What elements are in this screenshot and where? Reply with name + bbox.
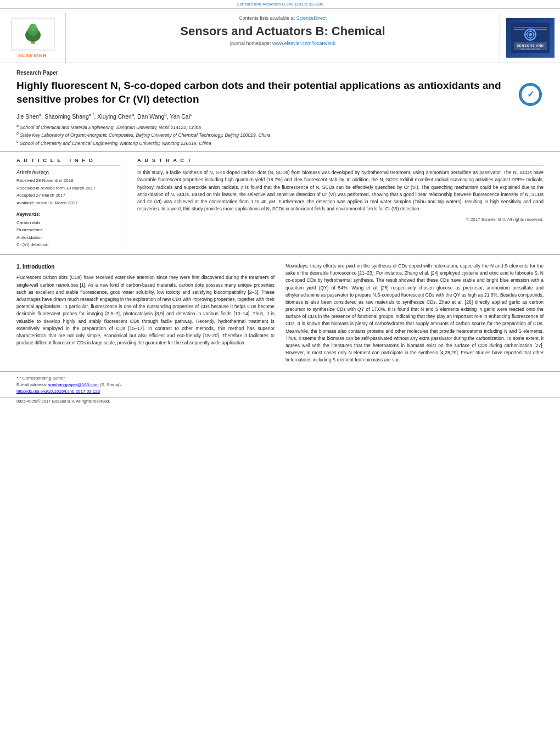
svg-rect-6 (514, 27, 547, 27)
svg-point-11 (529, 33, 532, 36)
footnote-corresponding-text: * Corresponding author. (19, 376, 66, 381)
revised-date: Received in revised form 18 March 2017 (16, 185, 120, 192)
homepage-link[interactable]: www.elsevier.com/locate/snb (272, 41, 335, 46)
article-info-column: A R T I C L E I N F O Article history: R… (16, 157, 126, 249)
received-date: Received 28 November 2016 (16, 177, 120, 185)
intro-heading: 1. Introduction (16, 263, 275, 271)
footnote-email-link[interactable]: smshangpaper@163.com (48, 382, 99, 387)
elsevier-logo-box (11, 18, 55, 51)
bottom-line: 0925-4005/© 2017 Elsevier B.V. All right… (0, 397, 560, 405)
sciencedirect-link[interactable]: ScienceDirect (296, 15, 327, 21)
keyword-1: Carbon dots (16, 219, 120, 227)
page: Sensors and Actuators B 248 (2017) 92–10… (0, 0, 560, 742)
accepted-date: Accepted 27 March 2017 (16, 192, 120, 199)
journal-homepage: journal homepage: www.elsevier.com/locat… (230, 41, 335, 46)
crossmark-icon: ✓ (520, 85, 540, 104)
article-dates: Received 28 November 2016 Received in re… (16, 177, 120, 207)
footnote-doi-link[interactable]: http://dx.doi.org/10.1016/j.snb.2017.03.… (16, 389, 100, 394)
svg-text:✓: ✓ (527, 90, 534, 99)
affiliation-c: c School of Chemistry and Chemical Engin… (16, 139, 544, 147)
main-body: 1. Introduction Fluorescent carbon dots … (0, 255, 560, 367)
footnote-corresponding: * * Corresponding author. (16, 375, 544, 382)
sensors-logo-inner: SENSORS AND ACTUATORS (506, 18, 555, 58)
intro-para-2: Nowadays, many efforts are paid on the s… (285, 263, 544, 364)
sensors-logo-area: SENSORS AND ACTUATORS (500, 13, 560, 63)
abstract-column: A B S T R A C T In this study, a facile … (137, 157, 544, 249)
footnote-doi-line: http://dx.doi.org/10.1016/j.snb.2017.03.… (16, 388, 544, 395)
affiliation-a: a School of Chemical and Material Engine… (16, 123, 544, 131)
journal-title: Sensors and Actuators B: Chemical (180, 24, 385, 38)
article-history-label: Article history: (16, 169, 120, 175)
journal-center: Contents lists available at ScienceDirec… (66, 13, 500, 63)
svg-rect-7 (514, 29, 525, 30)
crossmark-logo[interactable]: ✓ (517, 81, 544, 108)
affiliation-b: b State Key Laboratory of Organic-Inorga… (16, 131, 544, 139)
available-date: Available online 31 March 2017 (16, 199, 120, 207)
footnote-email-line: E-mail address: smshangpaper@163.com (S.… (16, 382, 544, 388)
abstract-text: In this study, a facile synthesis of N, … (137, 169, 544, 213)
article-info-section-label: A R T I C L E I N F O (16, 157, 120, 166)
article-info-abstract-section: A R T I C L E I N F O Article history: R… (0, 152, 560, 255)
keyword-4: Cr (VI) detection (16, 241, 120, 249)
intro-para-1: Fluorescent carbon dots (CDs) have recei… (16, 274, 275, 347)
doi-text: Sensors and Actuators B 248 (2017) 92–10… (237, 2, 323, 7)
doi-line: Sensors and Actuators B 248 (2017) 92–10… (0, 0, 560, 9)
body-col-left: 1. Introduction Fluorescent carbon dots … (16, 263, 275, 367)
footnote-area: * * Corresponding author. E-mail address… (0, 371, 560, 397)
journal-top-link: Contents lists available at ScienceDirec… (239, 15, 327, 21)
elsevier-tree-icon (16, 23, 49, 45)
crossmark-circle: ✓ (519, 83, 542, 106)
keywords-list: Carbon dots Fluorescence Antioxidation C… (16, 219, 120, 249)
article-type: Research Paper (16, 70, 544, 76)
article-title-row: Highly fluorescent N, S-co-doped carbon … (16, 79, 544, 108)
abstract-section-label: A B S T R A C T (137, 157, 544, 166)
keywords-label: Keywords: (16, 211, 120, 217)
copyright-text: © 2017 Elsevier B.V. All rights reserved… (137, 217, 544, 222)
article-title: Highly fluorescent N, S-co-doped carbon … (16, 79, 508, 106)
sensors-logo-icon: SENSORS AND ACTUATORS (511, 23, 550, 53)
svg-text:ACTUATORS: ACTUATORS (520, 47, 540, 51)
article-authors: Jie Shena, Shaoming Shanga,*, Xiuying Ch… (16, 112, 544, 120)
keyword-2: Fluorescence (16, 226, 120, 234)
journal-header: ELSEVIER Contents lists available at Sci… (0, 9, 560, 63)
homepage-label: journal homepage: (230, 41, 272, 46)
keyword-3: Antioxidation (16, 234, 120, 242)
elsevier-logo-area: ELSEVIER (0, 13, 66, 63)
svg-point-3 (29, 24, 37, 31)
elsevier-text: ELSEVIER (18, 53, 47, 58)
footnote-email-label: E-mail address: (16, 382, 47, 387)
article-affiliations: a School of Chemical and Material Engine… (16, 123, 544, 147)
article-header: Research Paper Highly fluorescent N, S-c… (0, 63, 560, 152)
issn-text: 0925-4005/© 2017 Elsevier B.V. All right… (16, 399, 110, 404)
sensors-logo-box: SENSORS AND ACTUATORS (506, 18, 555, 58)
body-col-right: Nowadays, many efforts are paid on the s… (285, 263, 544, 367)
footnote-email-name: (S. Shang). (100, 382, 122, 387)
